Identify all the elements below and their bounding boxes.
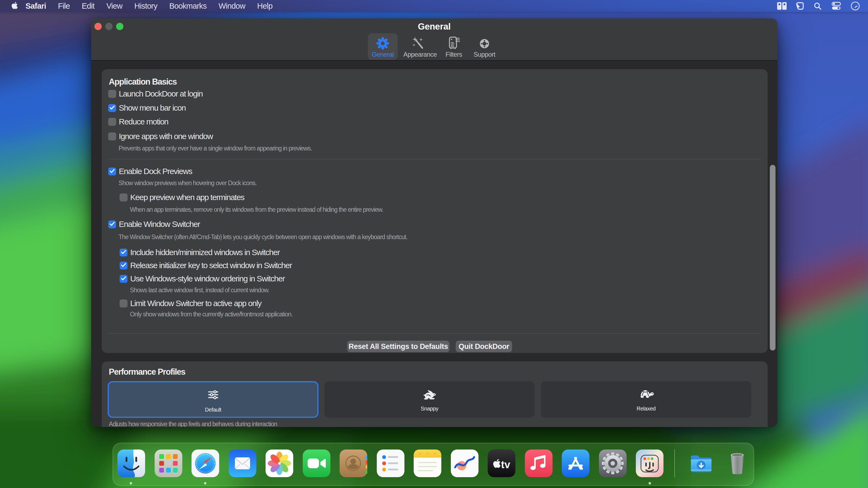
svg-text:tv: tv [501,459,510,470]
